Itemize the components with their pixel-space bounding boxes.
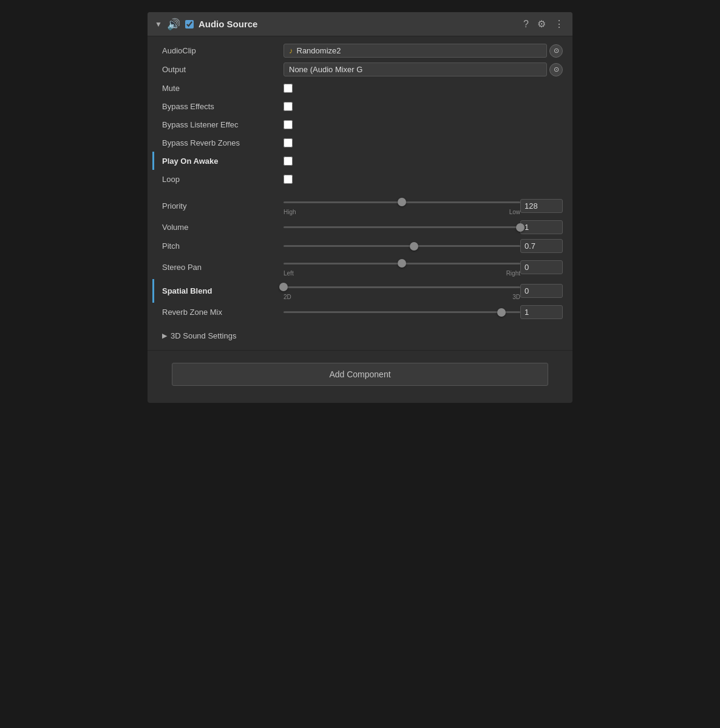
spatial-slider-wrapper — [284, 281, 520, 292]
play-on-awake-label: Play On Awake — [162, 157, 284, 166]
spatial-2d-label: 2D — [284, 294, 291, 300]
bypass-reverb-row: Bypass Reverb Zones — [148, 133, 572, 152]
pitch-label: Pitch — [162, 241, 284, 251]
stereo-thumb[interactable] — [398, 259, 406, 268]
priority-slider-wrapper — [284, 197, 520, 207]
panel-header: ▼ 🔊 Audio Source ? ⚙ ⋮ — [148, 12, 572, 36]
help-button[interactable]: ? — [522, 18, 530, 31]
volume-input[interactable] — [520, 220, 563, 234]
pitch-input[interactable] — [520, 239, 563, 253]
reverb-zone-value-container — [284, 305, 563, 319]
output-select-button[interactable]: ⊙ — [549, 63, 563, 76]
reverb-track-row — [284, 307, 520, 318]
audioclip-row: AudioClip ♪ Randomize2 ⊙ — [148, 41, 572, 60]
reverb-track — [284, 311, 520, 313]
stereo-left-label: Left — [284, 270, 294, 277]
pitch-row: Pitch — [148, 237, 572, 255]
volume-label: Volume — [162, 223, 284, 232]
spatial-blend-row: Spatial Blend 2D 3D — [148, 279, 572, 303]
audio-source-panel: ▼ 🔊 Audio Source ? ⚙ ⋮ AudioClip ♪ Rando… — [148, 12, 572, 403]
audioclip-label: AudioClip — [162, 46, 284, 55]
more-options-button[interactable]: ⋮ — [553, 17, 565, 31]
loop-label: Loop — [162, 175, 284, 184]
output-row: Output None (Audio Mixer G ⊙ — [148, 60, 572, 79]
output-text: None (Audio Mixer G — [289, 65, 362, 74]
priority-track — [284, 201, 520, 203]
audioclip-text: Randomize2 — [297, 46, 341, 55]
volume-slider-wrapper — [284, 222, 520, 233]
priority-thumb[interactable] — [398, 198, 406, 206]
sound-settings-label: 3D Sound Settings — [171, 331, 236, 340]
pitch-track — [284, 245, 520, 247]
bypass-reverb-label: Bypass Reverb Zones — [162, 138, 284, 147]
reverb-input[interactable] — [520, 305, 563, 319]
reverb-zone-label: Reverb Zone Mix — [162, 308, 284, 317]
reverb-zone-row: Reverb Zone Mix — [148, 303, 572, 322]
panel-title: Audio Source — [199, 19, 517, 29]
stereo-pan-row: Stereo Pan Left Right — [148, 255, 572, 279]
volume-row: Volume — [148, 218, 572, 237]
loop-row: Loop — [148, 170, 572, 188]
sound-settings-foldout[interactable]: ▶ 3D Sound Settings — [148, 326, 572, 345]
speaker-icon: 🔊 — [167, 18, 180, 31]
spatial-thumb[interactable] — [279, 283, 288, 291]
mute-checkbox[interactable] — [284, 84, 293, 93]
priority-track-row — [284, 197, 520, 207]
settings-sliders-button[interactable]: ⚙ — [536, 17, 547, 31]
loop-value — [284, 175, 563, 184]
mute-value — [284, 84, 563, 93]
stereo-input[interactable] — [520, 260, 563, 274]
stereo-slider-container: Left Right — [284, 258, 520, 277]
mute-row: Mute — [148, 79, 572, 97]
priority-row: Priority High Low — [148, 194, 572, 218]
stereo-track — [284, 263, 520, 265]
component-enable-checkbox[interactable] — [185, 20, 194, 29]
bottom-divider — [148, 350, 572, 351]
play-on-awake-checkbox[interactable] — [284, 157, 293, 166]
stereo-slider-wrapper — [284, 258, 520, 269]
collapse-arrow-icon[interactable]: ▼ — [155, 20, 162, 29]
add-component-button[interactable]: Add Component — [172, 363, 548, 386]
pitch-slider-wrapper — [284, 241, 520, 252]
pitch-thumb[interactable] — [410, 242, 418, 251]
priority-label: Priority — [162, 201, 284, 211]
pitch-track-row — [284, 241, 520, 252]
audioclip-dropdown[interactable]: ♪ Randomize2 — [284, 44, 547, 58]
spatial-blend-label: Spatial Blend — [162, 286, 284, 295]
bypass-reverb-checkbox[interactable] — [284, 138, 293, 147]
reverb-thumb[interactable] — [497, 308, 506, 317]
bypass-effects-checkbox[interactable] — [284, 102, 293, 111]
bypass-effects-value — [284, 102, 563, 111]
spatial-3d-label: 3D — [512, 294, 520, 300]
stereo-labels: Left Right — [284, 270, 520, 277]
volume-value-container — [284, 220, 563, 234]
priority-low-label: Low — [509, 209, 520, 215]
stereo-right-label: Right — [506, 270, 520, 277]
pitch-value-container — [284, 239, 563, 253]
bypass-effects-row: Bypass Effects — [148, 97, 572, 115]
audioclip-select-button[interactable]: ⊙ — [549, 44, 563, 58]
add-component-section: Add Component — [148, 356, 572, 393]
bypass-listener-label: Bypass Listener Effec — [162, 120, 284, 129]
output-dropdown[interactable]: None (Audio Mixer G — [284, 62, 547, 76]
priority-labels: High Low — [284, 209, 520, 215]
bypass-listener-value — [284, 120, 563, 129]
bypass-listener-row: Bypass Listener Effec — [148, 115, 572, 133]
spatial-slider-container: 2D 3D — [284, 281, 520, 300]
priority-high-label: High — [284, 209, 296, 215]
spatial-input[interactable] — [520, 284, 563, 298]
mute-label: Mute — [162, 84, 284, 93]
priority-input[interactable] — [520, 199, 563, 213]
spatial-blend-value-container: 2D 3D — [284, 281, 563, 300]
priority-slider-container: High Low — [284, 197, 520, 215]
volume-thumb[interactable] — [516, 223, 525, 232]
loop-checkbox[interactable] — [284, 175, 293, 184]
volume-track-row — [284, 222, 520, 233]
stereo-pan-label: Stereo Pan — [162, 263, 284, 272]
bypass-reverb-value — [284, 138, 563, 147]
spatial-labels: 2D 3D — [284, 294, 520, 300]
bypass-effects-label: Bypass Effects — [162, 102, 284, 111]
bypass-listener-checkbox[interactable] — [284, 120, 293, 129]
priority-value-container: High Low — [284, 197, 563, 215]
spatial-track-row — [284, 281, 520, 292]
